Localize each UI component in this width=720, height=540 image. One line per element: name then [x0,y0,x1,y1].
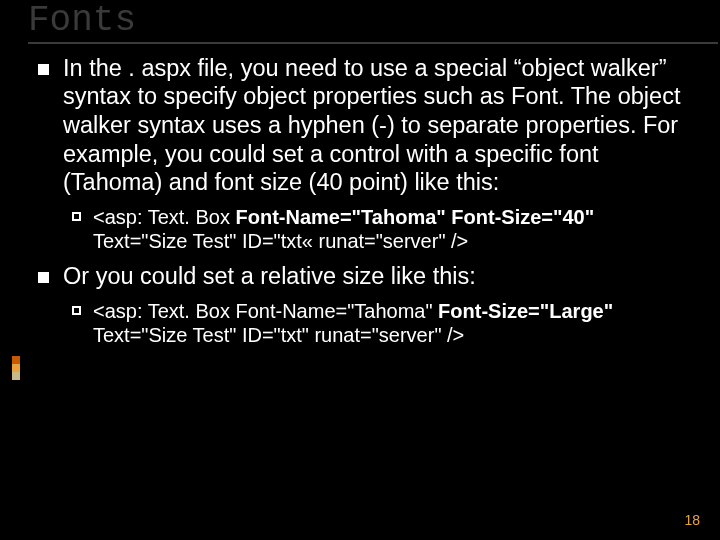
accent-color-stack-icon [12,356,20,380]
page-number: 18 [684,512,700,528]
title-area: Fonts [0,0,720,44]
code-post: Text="Size Test" ID="txt" runat="server"… [93,324,464,346]
code-post: Text="Size Test" ID="txt« runat="server"… [93,230,468,252]
bullet-item: In the . aspx file, you need to use a sp… [38,54,688,197]
accent-swatch [12,356,20,364]
bullet-marker-hollow-icon [72,212,81,221]
sub-bullet-text: <asp: Text. Box Font-Name="Tahoma" Font-… [93,205,688,254]
sub-bullet-item: <asp: Text. Box Font-Name="Tahoma" Font-… [72,299,688,348]
bullet-text: Or you could set a relative size like th… [63,262,476,291]
code-pre: <asp: Text. Box Font-Name="Tahoma" [93,300,438,322]
sub-bullet-text: <asp: Text. Box Font-Name="Tahoma" Font-… [93,299,688,348]
slide: Fonts In the . aspx file, you need to us… [0,0,720,540]
sub-bullet-item: <asp: Text. Box Font-Name="Tahoma" Font-… [72,205,688,254]
code-bold: Font-Size="Large" [438,300,613,322]
bullet-text: In the . aspx file, you need to use a sp… [63,54,688,197]
code-pre: <asp: Text. Box [93,206,236,228]
slide-title: Fonts [28,2,720,40]
bullet-marker-filled-icon [38,272,49,283]
accent-swatch [12,372,20,380]
bullet-item: Or you could set a relative size like th… [38,262,688,291]
bullet-marker-hollow-icon [72,306,81,315]
bullet-marker-filled-icon [38,64,49,75]
code-bold: Font-Name="Tahoma" Font-Size="40" [236,206,595,228]
accent-swatch [12,364,20,372]
content-area: In the . aspx file, you need to use a sp… [0,44,720,348]
